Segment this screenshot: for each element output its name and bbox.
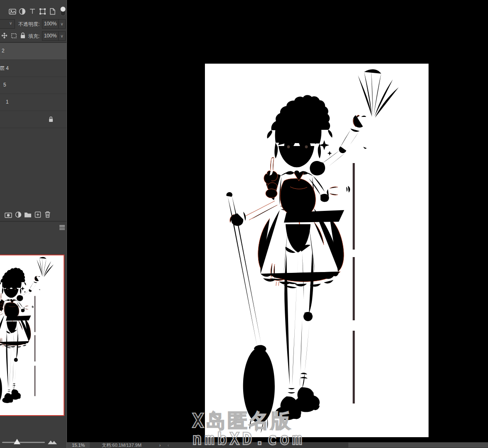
- navigator-zoom-slider-thumb[interactable]: [14, 439, 20, 444]
- smart-object-filter-icon[interactable]: [49, 8, 56, 15]
- layers-panel-buttons: [0, 210, 67, 221]
- new-layer-icon[interactable]: [35, 211, 41, 218]
- filter-toggle[interactable]: [60, 6, 66, 17]
- document-info: 文档:60.1M/137.9M: [102, 442, 141, 448]
- horizontal-scrollbar-thumb[interactable]: [348, 443, 488, 448]
- fill-label: 填充:: [28, 33, 39, 40]
- navigator-thumbnail-artwork: [0, 255, 64, 410]
- blend-mode-select[interactable]: [0, 19, 15, 29]
- navigator-proxy-view[interactable]: [0, 255, 64, 416]
- lock-position-icon[interactable]: [1, 32, 7, 39]
- layer-lock-icon: [48, 116, 54, 122]
- status-forward-arrow-icon[interactable]: ›: [159, 442, 161, 448]
- layer-name: 1: [6, 99, 9, 105]
- layer-name: 5: [3, 82, 6, 88]
- new-adjustment-icon[interactable]: [15, 211, 22, 218]
- new-group-icon[interactable]: [24, 212, 32, 218]
- layers-panel: ∨ 不透明度: 100% ∨ 填充: 100% ∨ 2 图层 4 5: [0, 0, 67, 448]
- layer-filter-row: [0, 3, 67, 18]
- adjustment-filter-icon[interactable]: [19, 8, 26, 15]
- opacity-label: 不透明度:: [18, 21, 39, 28]
- navigator-panel-menu-icon[interactable]: [59, 225, 65, 230]
- status-back-arrow-icon[interactable]: ‹: [168, 442, 169, 448]
- watermark-line2: nmbXD.com: [192, 429, 305, 448]
- maid-sketch-drawing: [205, 64, 429, 437]
- divider: [0, 221, 67, 222]
- zoom-level-field[interactable]: 15.1%: [67, 442, 90, 448]
- fill-value[interactable]: 100%: [42, 31, 59, 41]
- lock-fill-row: 填充: 100% ∨: [0, 30, 67, 42]
- layer-name: 2: [2, 48, 5, 54]
- layer-row-5[interactable]: 5: [0, 77, 67, 94]
- opacity-value[interactable]: 100%: [42, 19, 59, 29]
- lock-artboard-icon[interactable]: [11, 33, 17, 39]
- delete-layer-icon[interactable]: [44, 211, 51, 218]
- opacity-chevron-icon[interactable]: ∨: [58, 19, 66, 29]
- layer-name: 图层 4: [0, 65, 9, 72]
- blend-mode-chevron-icon[interactable]: ∨: [9, 21, 12, 25]
- lock-all-icon[interactable]: [20, 32, 26, 39]
- shape-filter-icon[interactable]: [39, 8, 46, 15]
- fill-chevron-icon[interactable]: ∨: [58, 31, 66, 41]
- artboard[interactable]: [205, 64, 429, 437]
- layer-row-4[interactable]: 图层 4: [0, 60, 67, 77]
- navigator-zoom-slider[interactable]: [2, 442, 45, 443]
- layer-row-2[interactable]: 2: [0, 43, 67, 60]
- navigator-zoom-in-icon[interactable]: [47, 439, 58, 445]
- add-mask-icon[interactable]: [5, 212, 12, 218]
- opacity-row: ∨ 不透明度: 100% ∨: [0, 19, 67, 30]
- type-filter-icon[interactable]: [29, 8, 36, 15]
- layer-row-1[interactable]: 1: [0, 94, 67, 111]
- layer-row-background[interactable]: 背景: [0, 111, 67, 128]
- photoshop-window: ∨ 不透明度: 100% ∨ 填充: 100% ∨ 2 图层 4 5: [0, 0, 488, 448]
- image-filter-icon[interactable]: [9, 8, 16, 15]
